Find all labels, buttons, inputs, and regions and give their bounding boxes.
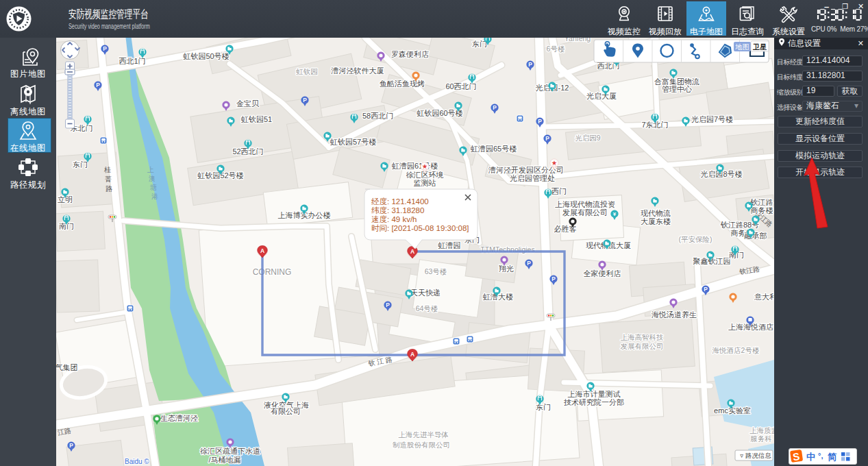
svg-text:港: 港 — [151, 193, 158, 200]
svg-text:漕河泾软件大厦: 漕河泾软件大厦 — [331, 66, 384, 75]
svg-text:A: A — [410, 351, 414, 358]
svg-text:钦江路: 钦江路 — [750, 198, 773, 206]
svg-text:发展有限公司: 发展有限公司 — [621, 342, 664, 350]
svg-text:金宝贝: 金宝贝 — [236, 99, 260, 108]
svg-text:大厦东楼: 大厦东楼 — [641, 217, 671, 225]
svg-text:64号楼: 64号楼 — [416, 304, 438, 312]
svg-text:Yanfeng: Yanfeng — [565, 38, 591, 42]
svg-text:光启大厦: 光启大厦 — [586, 92, 617, 100]
svg-text:东门: 东门 — [536, 403, 551, 411]
svg-text:上海先进半导体: 上海先进半导体 — [398, 430, 449, 439]
svg-text:意大利复合餐: 意大利复合餐 — [754, 293, 774, 301]
svg-text:卫星: 卫星 — [752, 43, 767, 51]
svg-text:虹钦园57号楼: 虹钦园57号楼 — [330, 138, 376, 146]
svg-text:58西北门: 58西北门 — [362, 112, 393, 120]
svg-text:鱼酷活鱼现烤: 鱼酷活鱼现烤 — [380, 79, 425, 88]
svg-text:P: P — [538, 118, 542, 125]
svg-text:制造股份有限公司: 制造股份有限公司 — [393, 441, 450, 449]
svg-text:监测站: 监测站 — [414, 179, 436, 187]
svg-text:中: 中 — [806, 452, 815, 462]
svg-text:CORNING: CORNING — [253, 267, 292, 277]
svg-text:现代物流: 现代物流 — [641, 209, 671, 217]
svg-text:★: ★ — [422, 162, 428, 170]
svg-text:简: 简 — [828, 452, 837, 462]
svg-text:6号楼: 6号楼 — [547, 45, 565, 53]
svg-text:时间: [2021-05-08 19:30:08]: 时间: [2021-05-08 19:30:08] — [371, 224, 469, 232]
svg-text:管理中心: 管理中心 — [662, 85, 692, 93]
svg-text:地图: 地图 — [735, 43, 749, 51]
svg-text:虹漕园: 虹漕园 — [438, 241, 461, 249]
svg-text:A: A — [410, 248, 414, 255]
svg-text:经度: 121.41400: 经度: 121.41400 — [371, 197, 429, 206]
svg-text:翔光: 翔光 — [499, 265, 514, 273]
svg-text:虹钦园51: 虹钦园51 — [241, 115, 272, 123]
svg-text:上海质监: 上海质监 — [749, 426, 774, 434]
svg-text:光启园9: 光启园9 — [575, 134, 601, 142]
svg-text:漕河泾开发园区分公司: 漕河泾开发园区分公司 — [488, 166, 564, 174]
svg-text:速度: 49 kv/h: 速度: 49 kv/h — [371, 215, 417, 223]
svg-text:60西北门: 60西北门 — [445, 82, 476, 90]
svg-text:▿ 路况信息: ▿ 路况信息 — [740, 452, 771, 459]
svg-text:路: 路 — [106, 185, 112, 193]
svg-text:63号楼: 63号楼 — [425, 267, 447, 275]
svg-text:虹漕园65号楼: 虹漕园65号楼 — [471, 145, 517, 153]
svg-text:光启园管理处: 光启园管理处 — [510, 174, 555, 182]
svg-text:技术研究院一分部: 技术研究院一分部 — [564, 398, 624, 406]
svg-text:¥: ¥ — [613, 211, 617, 217]
svg-text:A: A — [260, 247, 264, 254]
svg-text:/马桶地漏: /马桶地漏 — [208, 456, 240, 464]
svg-text:P: P — [96, 82, 100, 88]
svg-text:塘: 塘 — [149, 184, 157, 191]
svg-text:°,: °, — [818, 452, 823, 460]
svg-text:纬度: 31.18280: 纬度: 31.18280 — [371, 206, 424, 214]
svg-text:P: P — [493, 104, 497, 111]
svg-text:Baidu ©: Baidu © — [125, 458, 149, 465]
svg-text:虹漕园61号楼: 虹漕园61号楼 — [392, 162, 438, 170]
svg-text:P: P — [303, 97, 307, 103]
svg-text:P: P — [704, 286, 708, 293]
svg-text:东门: 东门 — [73, 160, 88, 169]
svg-text:上海现代物流投资: 上海现代物流投资 — [555, 200, 615, 208]
svg-text:生态漕河泾: 生态漕河泾 — [160, 414, 198, 422]
svg-text:(平安保险): (平安保险) — [679, 235, 712, 243]
svg-text:澳: 澳 — [149, 175, 156, 182]
svg-text:虹钦园60号楼: 虹钦园60号楼 — [417, 109, 462, 117]
svg-text:桂: 桂 — [103, 166, 111, 173]
svg-text:商务楼: 商务楼 — [751, 206, 773, 214]
svg-text:P: P — [527, 260, 531, 267]
svg-text:西北1门: 西北1门 — [119, 57, 145, 65]
svg-text:P: P — [528, 61, 532, 68]
svg-text:罗森便利店: 罗森便利店 — [391, 50, 429, 58]
svg-text:有限公司: 有限公司 — [271, 407, 301, 415]
svg-text:虹钦园: 虹钦园 — [296, 67, 318, 75]
svg-text:P: P — [551, 275, 556, 282]
svg-text:P: P — [103, 45, 107, 52]
svg-text:气集团: 气集团 — [56, 363, 78, 371]
svg-text:上海高智科技: 上海高智科技 — [621, 333, 664, 341]
svg-text:光启园7号楼: 光启园7号楼 — [691, 115, 733, 123]
svg-text:P: P — [386, 302, 390, 308]
svg-text:西门: 西门 — [551, 187, 567, 195]
svg-text:P: P — [545, 135, 549, 142]
svg-text:服务科: 服务科 — [750, 434, 772, 443]
svg-text:★: ★ — [551, 159, 558, 167]
svg-text:emc实验室: emc实验室 — [714, 406, 751, 415]
svg-text:菁: 菁 — [105, 175, 112, 183]
svg-text:天天快递: 天天快递 — [410, 289, 441, 297]
svg-text:上海市计量测试: 上海市计量测试 — [568, 390, 621, 398]
svg-text:上: 上 — [147, 166, 154, 173]
svg-text:P: P — [69, 442, 73, 449]
svg-text:海悦酒店2号楼: 海悦酒店2号楼 — [712, 346, 760, 354]
svg-text:发展有限公司: 发展有限公司 — [562, 208, 608, 217]
svg-text:海悦汤道养生: 海悦汤道养生 — [652, 310, 697, 319]
svg-text:虹钦园50号楼: 虹钦园50号楼 — [183, 52, 229, 60]
